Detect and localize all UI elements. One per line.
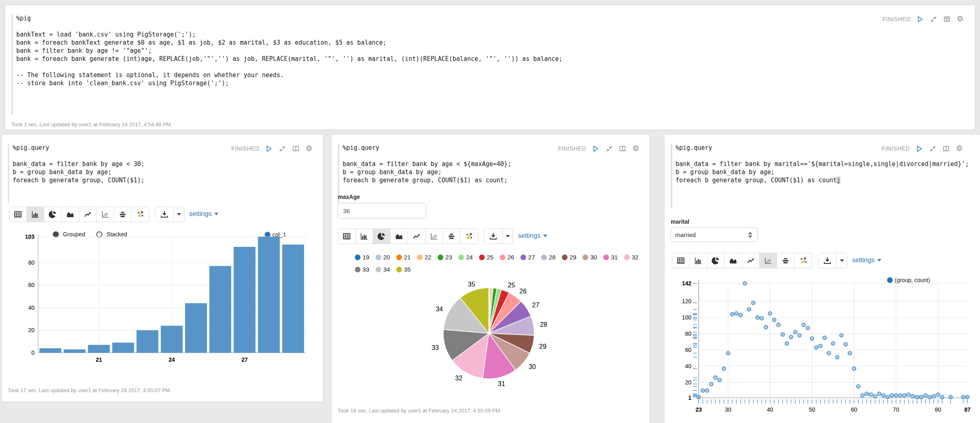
legend-item-32[interactable]: 32: [624, 252, 645, 263]
viz-pie-chart-button[interactable]: [707, 253, 725, 268]
table-icon: [677, 257, 685, 265]
viz-pie-chart-button[interactable]: [44, 207, 62, 222]
viz-horizontal-bar-button[interactable]: [114, 207, 132, 222]
viz-scatter-chart-button[interactable]: [760, 253, 777, 268]
legend-item-22[interactable]: 22: [417, 252, 438, 263]
viz-bar-chart-button[interactable]: [356, 229, 373, 244]
legend-item-34[interactable]: 34: [376, 264, 396, 275]
viz-bubble-chart-button[interactable]: [794, 253, 812, 268]
viz-table-button[interactable]: [672, 253, 690, 268]
bar-series-legend[interactable]: col_1: [265, 231, 286, 238]
run-icon[interactable]: [591, 145, 600, 153]
bar-23: [136, 330, 158, 353]
horizontal-bar-icon: [119, 210, 127, 218]
code-line: [676, 152, 969, 160]
bubble-chart-icon: [465, 232, 473, 240]
legend-item-29[interactable]: 29: [562, 252, 583, 263]
svg-text:20: 20: [685, 379, 691, 386]
download-caret-button[interactable]: [173, 207, 184, 222]
stacked-label[interactable]: Stacked: [106, 231, 127, 237]
viz-area-chart-button[interactable]: [62, 207, 79, 222]
viz-bubble-chart-button[interactable]: [132, 207, 149, 222]
download-button[interactable]: [484, 229, 502, 244]
download-button[interactable]: [818, 253, 836, 268]
download-caret-button[interactable]: [836, 253, 847, 268]
legend-item-19[interactable]: 19: [355, 252, 376, 263]
download-button-group: [155, 207, 184, 222]
viz-type-toolbar: [9, 207, 149, 222]
viz-bar-chart-button[interactable]: [27, 207, 44, 222]
gear-icon[interactable]: ⚙: [955, 145, 963, 153]
grouped-label[interactable]: Grouped: [63, 231, 85, 237]
bubble-chart-icon: [799, 257, 807, 265]
bar-mode-controls: Grouped Stacked: [53, 231, 134, 237]
svg-text:60: 60: [685, 347, 691, 353]
pie-slice-30: [489, 333, 530, 370]
viz-scatter-chart-button[interactable]: [97, 207, 114, 222]
bar-20: [64, 350, 86, 353]
viz-area-chart-button[interactable]: [725, 253, 742, 268]
viz-line-chart-button[interactable]: [79, 207, 97, 222]
pie-slice-23: [489, 288, 497, 333]
pie-slice-20: [489, 288, 490, 333]
legend-item-31[interactable]: 31: [603, 252, 624, 263]
viz-line-chart-button[interactable]: [408, 229, 425, 244]
download-button[interactable]: [155, 207, 173, 222]
code-editor[interactable]: %pig.query bank_data = filter bank by ag…: [13, 144, 145, 184]
code-editor[interactable]: %pig bankText = load 'bank.csv' using Pi…: [16, 14, 563, 87]
code-line: bank_data = filter bank by age < ${maxAg…: [343, 160, 511, 168]
collapse-icon[interactable]: [278, 145, 286, 153]
settings-link[interactable]: settings: [518, 229, 547, 243]
line-chart-icon: [84, 210, 92, 218]
legend-item-20[interactable]: 20: [376, 252, 396, 263]
viz-horizontal-bar-button[interactable]: [443, 229, 460, 244]
gear-icon[interactable]: ⚙: [956, 15, 964, 23]
viz-line-chart-button[interactable]: [742, 253, 760, 268]
viz-table-button[interactable]: [338, 229, 356, 244]
svg-text:1: 1: [688, 395, 691, 401]
zeppelin-notebook: %pig bankText = load 'bank.csv' using Pi…: [0, 0, 980, 423]
stacked-radio[interactable]: [96, 231, 102, 237]
paragraph-footer: Took 17 sec. Last updated by user1 at Fe…: [8, 387, 171, 393]
book-icon[interactable]: [291, 145, 300, 153]
legend-item-21[interactable]: 21: [396, 252, 417, 263]
gear-icon[interactable]: ⚙: [632, 145, 640, 153]
run-icon[interactable]: [916, 15, 924, 23]
collapse-icon[interactable]: [928, 145, 937, 153]
book-icon[interactable]: [618, 145, 626, 153]
legend-item-23[interactable]: 23: [438, 252, 458, 263]
book-icon[interactable]: [942, 145, 950, 153]
viz-horizontal-bar-button[interactable]: [777, 253, 794, 268]
gear-icon[interactable]: ⚙: [305, 145, 313, 153]
legend-item-28[interactable]: 28: [541, 252, 562, 263]
bar-19: [39, 348, 61, 353]
legend-item-27[interactable]: 27: [520, 252, 541, 263]
download-caret-button[interactable]: [502, 229, 513, 244]
book-icon[interactable]: [943, 15, 951, 23]
legend-item-24[interactable]: 24: [458, 252, 479, 263]
legend-item-35[interactable]: 35: [396, 264, 417, 275]
legend-item-33[interactable]: 33: [355, 264, 376, 275]
collapse-icon[interactable]: [929, 15, 937, 23]
grouped-radio[interactable]: [53, 231, 59, 237]
marital-select[interactable]: married: [671, 227, 758, 242]
collapse-icon[interactable]: [605, 145, 613, 153]
code-editor[interactable]: %pig.query bank_data = filter bank by ag…: [343, 144, 511, 184]
maxage-input[interactable]: [338, 203, 426, 218]
viz-pie-chart-button[interactable]: [373, 229, 391, 244]
legend-item-30[interactable]: 30: [583, 252, 603, 263]
viz-scatter-chart-button[interactable]: [425, 229, 443, 244]
viz-area-chart-button[interactable]: [391, 229, 408, 244]
viz-bubble-chart-button[interactable]: [460, 229, 478, 244]
code-line: foreach b generate group, COUNT($1) as c…: [676, 176, 969, 184]
viz-bar-chart-button[interactable]: [690, 253, 707, 268]
legend-item-26[interactable]: 26: [500, 252, 520, 263]
table-icon: [343, 232, 351, 240]
run-icon[interactable]: [915, 145, 923, 153]
legend-item-25[interactable]: 25: [479, 252, 500, 263]
settings-link[interactable]: settings: [852, 253, 881, 268]
run-icon[interactable]: [265, 145, 273, 153]
scatter-series-legend[interactable]: (group, count): [887, 277, 930, 283]
settings-link[interactable]: settings: [189, 207, 218, 221]
viz-table-button[interactable]: [9, 207, 27, 222]
